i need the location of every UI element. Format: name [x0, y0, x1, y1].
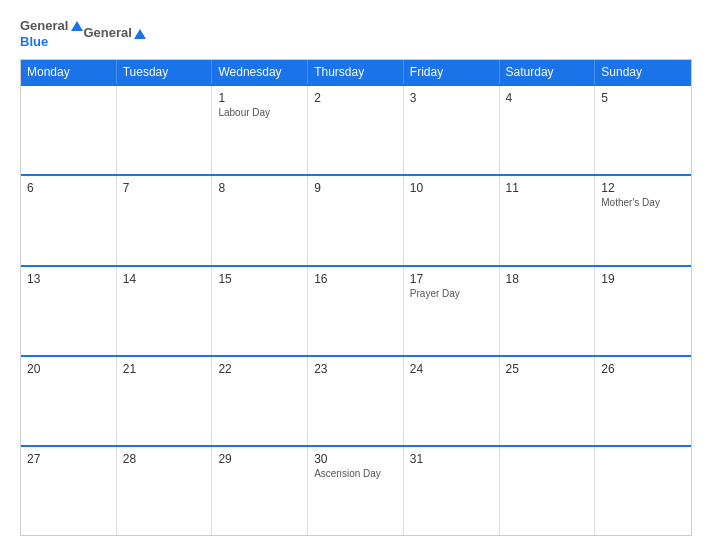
- day-cell: 5: [595, 86, 691, 174]
- day-cell: 25: [500, 357, 596, 445]
- day-cell: 27: [21, 447, 117, 535]
- day-number: 16: [314, 272, 397, 286]
- weeks-container: 1Labour Day23456789101112Mother's Day131…: [21, 84, 691, 535]
- day-number: 20: [27, 362, 110, 376]
- day-number: 24: [410, 362, 493, 376]
- week-row-3: 1314151617Prayer Day1819: [21, 265, 691, 355]
- day-cell: 24: [404, 357, 500, 445]
- logo-line1: General: [83, 26, 145, 40]
- day-cell: [595, 447, 691, 535]
- day-number: 6: [27, 181, 110, 195]
- day-header-tuesday: Tuesday: [117, 60, 213, 84]
- day-number: 22: [218, 362, 301, 376]
- day-number: 8: [218, 181, 301, 195]
- day-number: 26: [601, 362, 685, 376]
- day-number: 15: [218, 272, 301, 286]
- day-cell: 26: [595, 357, 691, 445]
- day-cell: 7: [117, 176, 213, 264]
- day-header-wednesday: Wednesday: [212, 60, 308, 84]
- day-cell: 29: [212, 447, 308, 535]
- day-cell: 10: [404, 176, 500, 264]
- holiday-label: Labour Day: [218, 107, 301, 118]
- week-row-5: 27282930Ascension Day31: [21, 445, 691, 535]
- day-number: 5: [601, 91, 685, 105]
- week-row-4: 20212223242526: [21, 355, 691, 445]
- day-number: 12: [601, 181, 685, 195]
- day-cell: 15: [212, 267, 308, 355]
- day-number: 14: [123, 272, 206, 286]
- day-cell: 31: [404, 447, 500, 535]
- day-cell: [21, 86, 117, 174]
- day-cell: 12Mother's Day: [595, 176, 691, 264]
- day-cell: [117, 86, 213, 174]
- day-number: 11: [506, 181, 589, 195]
- day-header-saturday: Saturday: [500, 60, 596, 84]
- day-cell: 16: [308, 267, 404, 355]
- day-header-thursday: Thursday: [308, 60, 404, 84]
- day-cell: 9: [308, 176, 404, 264]
- day-number: 30: [314, 452, 397, 466]
- holiday-label: Mother's Day: [601, 197, 685, 208]
- day-number: 18: [506, 272, 589, 286]
- week-row-2: 6789101112Mother's Day: [21, 174, 691, 264]
- day-number: 31: [410, 452, 493, 466]
- day-header-monday: Monday: [21, 60, 117, 84]
- day-number: 28: [123, 452, 206, 466]
- day-number: 9: [314, 181, 397, 195]
- day-number: 13: [27, 272, 110, 286]
- header: GeneralBlue General: [20, 18, 692, 49]
- day-number: 19: [601, 272, 685, 286]
- day-number: 10: [410, 181, 493, 195]
- day-number: 27: [27, 452, 110, 466]
- day-cell: 8: [212, 176, 308, 264]
- page: GeneralBlue General MondayTuesdayWednesd…: [0, 0, 712, 550]
- day-cell: [500, 447, 596, 535]
- day-number: 17: [410, 272, 493, 286]
- day-cell: 20: [21, 357, 117, 445]
- day-cell: 23: [308, 357, 404, 445]
- day-cell: 17Prayer Day: [404, 267, 500, 355]
- week-row-1: 1Labour Day2345: [21, 84, 691, 174]
- day-number: 21: [123, 362, 206, 376]
- day-cell: 14: [117, 267, 213, 355]
- day-number: 4: [506, 91, 589, 105]
- day-cell: 6: [21, 176, 117, 264]
- day-cell: 30Ascension Day: [308, 447, 404, 535]
- day-number: 23: [314, 362, 397, 376]
- day-cell: 2: [308, 86, 404, 174]
- day-header-friday: Friday: [404, 60, 500, 84]
- day-cell: 3: [404, 86, 500, 174]
- day-number: 25: [506, 362, 589, 376]
- day-cell: 22: [212, 357, 308, 445]
- day-cell: 19: [595, 267, 691, 355]
- holiday-label: Prayer Day: [410, 288, 493, 299]
- holiday-label: Ascension Day: [314, 468, 397, 479]
- day-cell: 11: [500, 176, 596, 264]
- day-header-sunday: Sunday: [595, 60, 691, 84]
- day-headers-row: MondayTuesdayWednesdayThursdayFridaySatu…: [21, 60, 691, 84]
- day-cell: 28: [117, 447, 213, 535]
- day-number: 2: [314, 91, 397, 105]
- day-cell: 4: [500, 86, 596, 174]
- day-number: 7: [123, 181, 206, 195]
- day-cell: 18: [500, 267, 596, 355]
- calendar: MondayTuesdayWednesdayThursdayFridaySatu…: [20, 59, 692, 536]
- day-cell: 1Labour Day: [212, 86, 308, 174]
- logo: GeneralBlue: [20, 18, 83, 49]
- day-number: 1: [218, 91, 301, 105]
- day-number: 29: [218, 452, 301, 466]
- day-cell: 13: [21, 267, 117, 355]
- day-number: 3: [410, 91, 493, 105]
- day-cell: 21: [117, 357, 213, 445]
